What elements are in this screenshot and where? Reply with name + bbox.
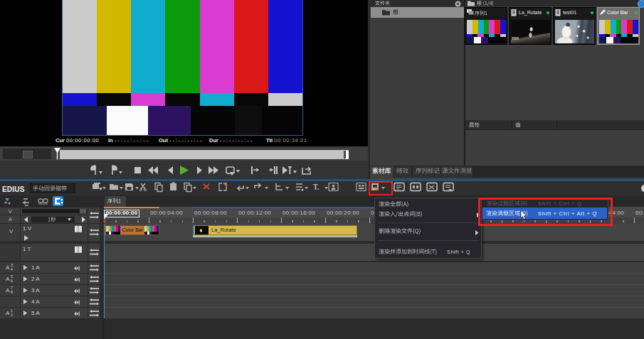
svg-text:T.: T. [313, 183, 320, 191]
